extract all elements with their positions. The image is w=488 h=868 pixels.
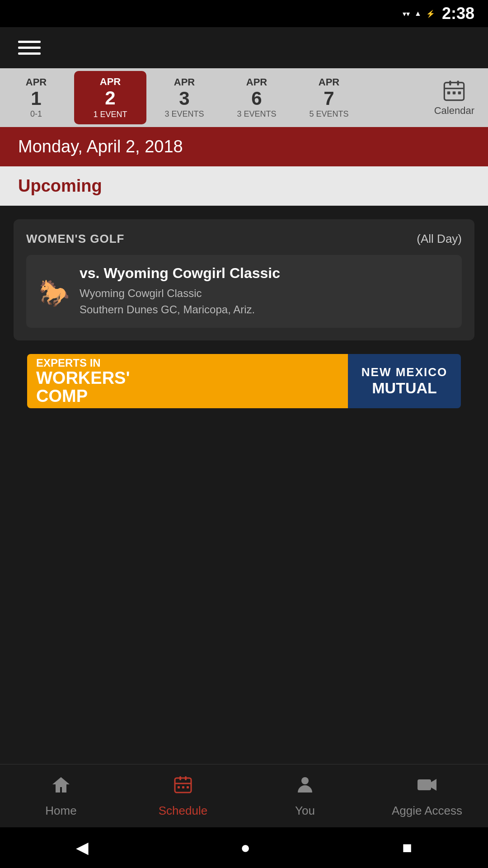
system-nav-bar: ◀ ● ■ [0,827,488,868]
date-apr-6[interactable]: APR 6 3 EVENTS [221,68,293,127]
svg-rect-6 [458,91,461,94]
sport-label: WOMEN'S GOLF [26,232,125,246]
main-spacer [0,600,488,764]
svg-rect-2 [457,80,459,85]
home-button[interactable]: ● [240,838,250,857]
nav-item-aggie-access[interactable]: Aggie Access [366,764,488,827]
calendar-button[interactable]: Calendar [421,68,488,127]
nav-you-label: You [295,804,315,818]
upcoming-section: Upcoming [0,166,488,206]
svg-rect-10 [185,776,187,780]
svg-rect-1 [450,80,451,85]
nav-item-home[interactable]: Home [0,764,122,827]
svg-rect-4 [447,91,450,94]
ad-workers-text: WORKERS' [36,369,130,387]
event-subtitle-1: Wyoming Cowgirl Classic [80,285,280,302]
svg-rect-13 [182,786,184,788]
nav-item-schedule[interactable]: Schedule [122,764,244,827]
date-apr-3[interactable]: APR 3 3 EVENTS [148,68,221,127]
event-title: vs. Wyoming Cowgirl Classic [80,265,280,282]
app-header [0,27,488,68]
svg-rect-16 [418,779,431,790]
event-time: (All Day) [417,232,462,246]
ad-comp-text: COMP [36,387,130,406]
events-area: WOMEN'S GOLF (All Day) 🐎 vs. Wyoming Cow… [0,206,488,600]
hamburger-menu-button[interactable] [18,41,41,55]
selected-date-banner: Monday, April 2, 2018 [0,127,488,166]
svg-rect-9 [179,776,181,780]
svg-marker-17 [431,779,436,791]
ad-banner[interactable]: EXPERTS IN WORKERS' COMP NEW MEXICO MUTU… [27,354,461,408]
signal-icon: ▲ [414,9,422,18]
event-subtitle-2: Southern Dunes GC, Maricopa, Ariz. [80,302,280,318]
date-apr-2[interactable]: APR 2 1 EVENT [74,71,146,124]
svg-text:🐎: 🐎 [39,278,68,307]
calendar-label: Calendar [434,105,474,117]
nav-home-label: Home [45,804,76,818]
svg-rect-8 [175,778,191,793]
status-icons: ▾▾ ▲ ⚡ [403,9,435,18]
wifi-icon: ▾▾ [403,9,410,18]
ad-nm-text: NEW MEXICO [361,365,447,379]
selected-date-text: Monday, April 2, 2018 [18,137,183,156]
video-icon [417,774,437,800]
home-icon [51,774,71,800]
event-card-header: WOMEN'S GOLF (All Day) [26,232,462,246]
svg-rect-14 [187,786,189,788]
ad-experts-text: EXPERTS IN [36,357,130,369]
ad-blue-section: NEW MEXICO MUTUAL [348,354,461,408]
ad-mutual-text: MUTUAL [372,379,437,397]
bottom-nav: Home Schedule You [0,764,488,827]
status-bar: ▾▾ ▲ ⚡ 2:38 [0,0,488,27]
nav-item-you[interactable]: You [244,764,366,827]
person-icon [295,774,315,800]
time-display: 2:38 [442,4,474,23]
recents-button[interactable]: ■ [402,838,412,857]
date-apr-7[interactable]: APR 7 5 EVENTS [293,68,365,127]
svg-point-15 [301,777,309,784]
upcoming-label: Upcoming [18,176,102,195]
event-body: 🐎 vs. Wyoming Cowgirl Classic Wyoming Co… [26,255,462,328]
date-apr-1[interactable]: APR 1 0-1 [0,68,72,127]
schedule-icon [173,774,193,800]
team-logo-svg: 🐎 [37,276,68,307]
ad-text: EXPERTS IN WORKERS' COMP [36,357,130,406]
event-details: vs. Wyoming Cowgirl Classic Wyoming Cowg… [80,265,280,318]
nav-schedule-label: Schedule [159,804,207,818]
svg-rect-5 [453,91,456,94]
team-logo: 🐎 [36,275,69,308]
battery-icon: ⚡ [426,9,435,18]
event-card[interactable]: WOMEN'S GOLF (All Day) 🐎 vs. Wyoming Cow… [14,219,474,340]
svg-rect-12 [178,786,180,788]
nav-aggie-access-label: Aggie Access [392,804,462,818]
back-button[interactable]: ◀ [76,838,89,857]
date-strip: APR 1 0-1 APR 2 1 EVENT APR 3 3 EVENTS A… [0,68,488,127]
calendar-icon [442,79,466,102]
ad-yellow-section: EXPERTS IN WORKERS' COMP [27,354,348,408]
